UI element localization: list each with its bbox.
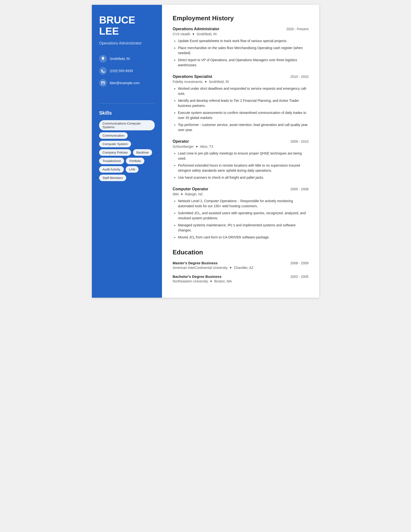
bullet-item: Direct report to VP of Operations, and O… — [178, 57, 308, 68]
company-name: Fidelity Investments — [173, 80, 203, 84]
skill-tag: LAN — [126, 166, 139, 173]
sidebar: BRUCE LEE Operations Administrator Smith… — [92, 5, 162, 298]
school-name: Northeastern University — [173, 279, 208, 283]
separator-dot — [193, 33, 194, 35]
job-title: Operator — [173, 139, 189, 144]
bullet-item: Submitted JCL, and assisted users with o… — [178, 211, 308, 221]
bullet-item: Place merchandise on the sales floor Mer… — [178, 46, 308, 56]
resume-container: BRUCE LEE Operations Administrator Smith… — [92, 5, 319, 298]
location-icon — [99, 55, 107, 63]
bullet-item: Execute system assessments to confirm st… — [178, 110, 308, 120]
separator-dot — [210, 281, 212, 282]
contact-section: Smithfield, RI (220) 555-9935 blee@examp… — [99, 55, 155, 91]
skill-tag: Audit Activity — [99, 166, 124, 173]
job-bullets: Update Excel spreadsheets to track work … — [173, 38, 308, 68]
job-bullets: Network Level 2, Computer Operations: - … — [173, 199, 308, 240]
edu-school: Northeastern University Boston, MA — [173, 279, 308, 283]
edu-degree: Master's Degree Business — [173, 261, 218, 265]
candidate-name: BRUCE LEE — [99, 15, 155, 37]
contact-location: Smithfield, RI — [99, 55, 155, 63]
job-title: Operations Specialist — [173, 75, 212, 79]
education-section-title: Education — [173, 249, 308, 256]
skill-tag: Portfolio — [126, 158, 144, 164]
separator-dot — [205, 81, 206, 83]
bullet-item: Lead crew in pre job safety meetings to … — [178, 151, 308, 161]
skill-tag: Computer System — [99, 141, 131, 147]
edu-dates: 2002 - 2005 — [290, 275, 308, 279]
job-block: Operations Administrator 2020 - Present … — [173, 27, 308, 68]
job-title: Operations Administrator — [173, 27, 219, 31]
job-company: CVS Health Smithfield, RI — [173, 32, 308, 36]
edu-degree: Bachelor's Degree Business — [173, 275, 222, 279]
job-dates: 2010 - 2020 — [290, 75, 308, 79]
phone-icon — [99, 67, 107, 75]
skills-heading: Skills — [99, 110, 155, 116]
contact-phone: (220) 555-9935 — [99, 67, 155, 75]
job-header: Operator 2009 - 2010 — [173, 139, 308, 144]
edu-header: Bachelor's Degree Business 2002 - 2005 — [173, 275, 308, 279]
sidebar-divider — [99, 103, 155, 104]
skill-tag: Company Policies — [99, 149, 131, 156]
job-dates: 2020 - Present — [286, 27, 308, 31]
bullet-item: Performed extended hours in remote locat… — [178, 163, 308, 173]
skills-section: Skills Communications-Computer SystemsCo… — [99, 110, 155, 181]
job-bullets: Lead crew in pre job safety meetings to … — [173, 151, 308, 180]
bullet-item: Update Excel spreadsheets to track work … — [178, 38, 308, 44]
company-name: Schlumberger — [173, 145, 194, 149]
candidate-title: Operations Administrator — [99, 41, 155, 46]
skill-tag: Communication — [99, 132, 128, 139]
job-block: Computer Operator 2005 - 2008 IBM Raleig… — [173, 187, 308, 240]
employment-section-title: Employment History — [173, 15, 308, 22]
job-location: Smithfield, RI — [196, 32, 217, 36]
job-dates: 2005 - 2008 — [290, 187, 308, 191]
company-name: IBM — [173, 192, 179, 196]
school-name: American InterContinental University — [173, 266, 227, 270]
job-company: Schlumberger Alice, TX — [173, 145, 308, 149]
main-content: Employment History Operations Administra… — [162, 5, 319, 298]
email-icon — [99, 79, 107, 87]
school-location: Boston, MA — [214, 279, 232, 283]
phone-text: (220) 555-9935 — [110, 69, 133, 73]
job-title: Computer Operator — [173, 187, 208, 191]
bullet-item: Moved JCL from card form to CA-DRIVER so… — [178, 235, 308, 240]
job-bullets: Worked under strict deadlines and respon… — [173, 86, 308, 133]
bullet-item: Managed systems maintenance, IPL's and i… — [178, 223, 308, 233]
job-company: Fidelity Investments Smithfield, RI — [173, 80, 308, 84]
education-container: Master's Degree Business 2008 - 2009 Ame… — [173, 261, 308, 283]
skills-list: Communications-Computer SystemsCommunica… — [99, 120, 155, 181]
job-header: Computer Operator 2005 - 2008 — [173, 187, 308, 191]
job-dates: 2009 - 2010 — [290, 140, 308, 143]
school-location: Chandler, AZ — [234, 266, 253, 270]
company-name: CVS Health — [173, 32, 190, 36]
jobs-container: Operations Administrator 2020 - Present … — [173, 27, 308, 240]
email-text: blee@example.com — [110, 81, 140, 85]
job-location: Raleigh, NC — [185, 192, 203, 196]
job-block: Operator 2009 - 2010 Schlumberger Alice,… — [173, 139, 308, 180]
location-text: Smithfield, RI — [110, 57, 130, 61]
bullet-item: Use hand scanners to check in all freigh… — [178, 175, 308, 180]
bullet-item: Network Level 2, Computer Operations: - … — [178, 199, 308, 209]
job-header: Operations Specialist 2010 - 2020 — [173, 75, 308, 79]
bullet-item: Worked under strict deadlines and respon… — [178, 86, 308, 96]
bullet-item: Top performer - customer service, asset … — [178, 122, 308, 133]
edu-school: American InterContinental University Cha… — [173, 266, 308, 270]
edu-block: Bachelor's Degree Business 2002 - 2005 N… — [173, 275, 308, 283]
skill-tag: Troubleshoot — [99, 158, 124, 164]
job-block: Operations Specialist 2010 - 2020 Fideli… — [173, 75, 308, 133]
contact-email: blee@example.com — [99, 79, 155, 87]
skill-tag: Backhoe — [133, 149, 152, 156]
separator-dot — [230, 267, 231, 268]
edu-header: Master's Degree Business 2008 - 2009 — [173, 261, 308, 265]
job-header: Operations Administrator 2020 - Present — [173, 27, 308, 31]
job-company: IBM Raleigh, NC — [173, 192, 308, 196]
edu-block: Master's Degree Business 2008 - 2009 Ame… — [173, 261, 308, 270]
separator-dot — [196, 146, 197, 147]
skill-tag: Communications-Computer Systems — [99, 120, 155, 130]
job-location: Smithfield, RI — [209, 80, 229, 84]
skill-tag: Staff Members — [99, 175, 126, 181]
bullet-item: Identify and develop referral leads to T… — [178, 98, 308, 108]
edu-dates: 2008 - 2009 — [290, 261, 308, 265]
separator-dot — [181, 193, 183, 195]
job-location: Alice, TX — [200, 145, 214, 149]
